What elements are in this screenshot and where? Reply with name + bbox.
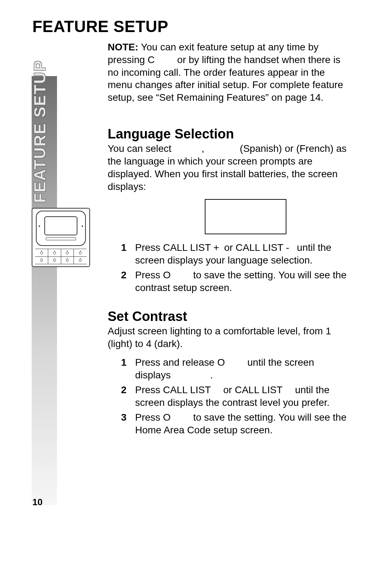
device-dot-icon [82,225,83,227]
device-knob-icon [61,257,74,264]
step-text: Press O to save the setting. You will se… [135,269,350,294]
contrast-steps: 1 Press and release O until the screen d… [121,356,350,436]
section-heading-contrast: Set Contrast [108,309,350,324]
list-item: 3 Press O to save the setting. You will … [121,411,350,437]
page-number: 10 [32,497,43,508]
list-item: 1 Press and release O until the screen d… [121,356,350,382]
device-dot-icon [39,225,40,227]
device-knob-icon [35,249,48,256]
step-text: Press and release O until the screen dis… [135,356,350,382]
step-number: 1 [121,356,135,382]
device-illustration [32,208,90,267]
intro-text: , [202,143,207,154]
device-button-row [35,249,87,256]
device-knob-icon [48,257,61,264]
device-knob-icon [61,249,74,256]
step-number: 1 [121,241,135,267]
device-body [36,211,86,246]
section-heading-language: Language Selection [108,126,350,142]
step-number: 2 [121,384,135,409]
device-knob-icon [48,249,61,256]
device-button-row [35,256,87,264]
device-knob-icon [74,257,87,264]
device-bar-icon [46,237,76,240]
step-number: 3 [121,411,135,437]
intro-text: (Spanish) or [237,143,296,154]
intro-text: You can select [108,143,174,154]
screen-display-box [205,199,286,234]
list-item: 2 Press CALL LIST or CALL LIST until the… [121,384,350,409]
sidebar-label: FEATURE SETUP [30,175,49,203]
list-item: 2 Press O to save the setting. You will … [121,269,350,294]
language-steps: 1 Press CALL LIST + or CALL LIST - until… [121,241,350,294]
note-label: NOTE: [108,42,138,52]
step-text: Press CALL LIST + or CALL LIST - until t… [135,241,350,267]
step-text: Press O to save the setting. You will se… [135,411,350,437]
note-text: You can exit feature setup at any time b… [108,42,343,103]
list-item: 1 Press CALL LIST + or CALL LIST - until… [121,241,350,267]
manual-page: FEATURE SETUP FEATURE SETUP NOTE: You ca… [0,0,380,588]
device-knob-icon [74,249,87,256]
page-title: FEATURE SETUP [32,17,168,36]
step-text: Press CALL LIST or CALL LIST until the s… [135,384,350,409]
note-block: NOTE: You can exit feature setup at any … [108,41,350,104]
device-knob-icon [35,257,48,264]
content-column: NOTE: You can exit feature setup at any … [108,41,350,438]
contrast-intro: Adjust screen lighting to a comfortable … [108,325,350,350]
language-intro: You can select , (Spanish) or (French) a… [108,142,350,193]
device-screen [44,216,77,235]
step-number: 2 [121,269,135,294]
